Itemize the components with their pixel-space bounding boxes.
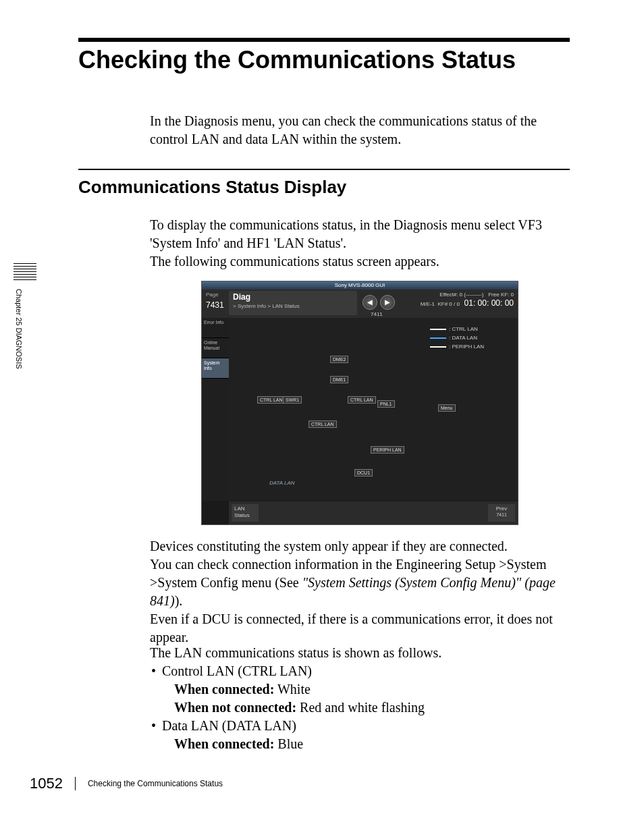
pnl1-box: PNL1 <box>377 400 395 408</box>
data-connected: When connected: Blue <box>162 735 570 753</box>
side-rail: Chapter 25 DIAGNOSIS <box>14 263 36 412</box>
window-titlebar: Sony MVS-8000 GUI <box>202 281 518 290</box>
data-connected-label: When connected: <box>174 736 274 751</box>
intro-paragraph: In the Diagnosis menu, you can check the… <box>150 112 570 148</box>
nav-prev-button[interactable]: ◀ <box>363 295 377 310</box>
rule-thin <box>78 169 570 170</box>
legend-periph: : PERIPH LAN <box>449 344 484 350</box>
screenshot-sidebar: Error Info Online Manual System Info <box>202 318 229 501</box>
data-lan-label: DATA LAN <box>269 480 295 486</box>
footer-title: Checking the Communications Status <box>88 779 223 788</box>
footer-page-number: 1052 <box>30 775 63 792</box>
side-rail-lines <box>14 263 36 283</box>
page-footer: 1052 Checking the Communications Status <box>30 775 570 791</box>
legend-data-swatch <box>430 337 446 339</box>
data-lan-title: Data LAN (DATA LAN) <box>162 718 296 733</box>
ctrl-notconnected-label: When not connected: <box>174 700 296 715</box>
free-kf: Free KF: 0 <box>488 292 514 298</box>
section-heading: Communications Status Display <box>78 177 346 198</box>
para1-line-a: To display the communications status, in… <box>150 216 570 252</box>
footer-separator <box>75 777 76 790</box>
para2-b: You can check connection information in … <box>150 555 570 610</box>
ctrl-connected: When connected: White <box>162 680 570 699</box>
para3-intro: The LAN communications status is shown a… <box>150 644 570 662</box>
ctrl-lan-title: Control LAN (CTRL LAN) <box>162 663 312 678</box>
dcu1-box: DCU1 <box>354 469 373 476</box>
para2-c: ). <box>175 593 183 608</box>
ctrl-not-connected: When not connected: Red and white flashi… <box>162 699 570 717</box>
me-label: M/E-1 <box>421 301 435 307</box>
menu-box: Menu <box>438 404 456 412</box>
ctrl-lan-mid: CTRL LAN <box>348 396 376 404</box>
screenshot-header: Page 7431 Diag > System Info > LAN Statu… <box>202 290 518 318</box>
nav-next-button[interactable]: ▶ <box>380 295 395 310</box>
side-rail-text: Chapter 25 DIAGNOSIS <box>15 289 23 369</box>
ctrl-lan-label: CTRL LAN <box>308 420 337 428</box>
page-label: Page <box>206 292 219 298</box>
swr1-box: SWR1 <box>283 396 302 404</box>
page-number-7431: 7431 <box>206 300 224 310</box>
lan-diagram: : CTRL LAN : DATA LAN : PERIPH LAN DME2 … <box>229 318 518 501</box>
ctrl-connected-val: White <box>274 682 311 697</box>
bullet-data-lan: Data LAN (DATA LAN) When connected: Blue <box>150 717 570 753</box>
nav-page-number: 7411 <box>371 311 383 317</box>
screenshot-footer: LAN Status Prev 7411 <box>229 501 518 524</box>
page-heading: Checking the Communications Status <box>78 46 516 74</box>
kf-label: KF# 0 / 0 <box>437 301 459 307</box>
ctrl-connected-label: When connected: <box>174 682 274 697</box>
breadcrumb-path: > System Info > LAN Status <box>233 303 353 309</box>
bullet-ctrl-lan: Control LAN (CTRL LAN) When connected: W… <box>150 662 570 717</box>
device-notes: Devices constituting the system only app… <box>150 537 570 647</box>
sidebar-error-info[interactable]: Error Info <box>202 318 229 338</box>
legend-ctrl-swatch <box>430 329 446 330</box>
dme2-box: DME2 <box>330 356 348 363</box>
prev-num: 7411 <box>491 512 512 518</box>
prev-button[interactable]: Prev 7411 <box>488 504 515 522</box>
ctrl-lan-left: CTRL LAN <box>257 396 286 404</box>
breadcrumb-box: Diag > System Info > LAN Status <box>229 291 357 315</box>
legend: : CTRL LAN : DATA LAN : PERIPH LAN <box>430 326 484 352</box>
lan-status-screenshot: Sony MVS-8000 GUI Page 7431 Diag > Syste… <box>201 281 518 525</box>
sidebar-system-info[interactable]: System Info <box>202 358 229 379</box>
dme1-box: DME1 <box>330 376 348 383</box>
legend-data: : DATA LAN <box>449 335 477 341</box>
prev-label: Prev <box>491 506 512 512</box>
header-status: Effect#: 0 (---------) Free KF: 0 M/E-1 … <box>421 292 514 309</box>
sidebar-online-manual[interactable]: Online Manual <box>202 338 229 358</box>
timecode: 01: 00: 00: 00 <box>464 298 514 308</box>
periph-lan-label: PERIPH LAN <box>371 446 404 454</box>
section-intro: To display the communications status, in… <box>150 216 570 271</box>
legend-periph-swatch <box>430 346 446 348</box>
lan-status-tab[interactable]: LAN Status <box>232 504 259 522</box>
rule-thick <box>78 38 570 42</box>
diag-title: Diag <box>233 292 353 302</box>
status-explanation: The LAN communications status is shown a… <box>150 644 570 753</box>
data-connected-val: Blue <box>274 736 303 751</box>
legend-ctrl: : CTRL LAN <box>449 326 478 332</box>
para1-line-b: The following communications status scre… <box>150 252 570 271</box>
para2-a: Devices constituting the system only app… <box>150 537 570 555</box>
ctrl-notconnected-val: Red and white flashing <box>296 700 425 715</box>
effect-label: Effect#: 0 (---------) <box>439 292 483 298</box>
para2-d: Even if a DCU is connected, if there is … <box>150 610 570 647</box>
